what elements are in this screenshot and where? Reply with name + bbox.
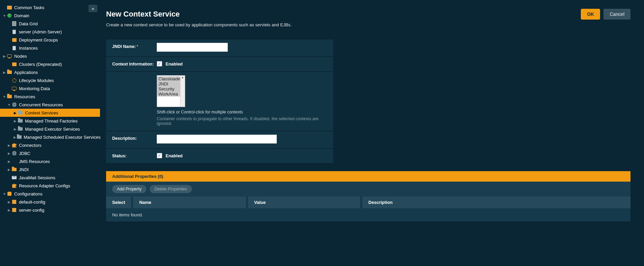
sidebar-nav: « Common Tasks▼DomainData Gridserver (Ad… <box>0 0 100 266</box>
col-value[interactable]: Value <box>248 196 362 208</box>
ok-button[interactable]: OK <box>581 9 600 20</box>
nav-item-monitoring-data[interactable]: Monitoring Data <box>0 84 100 92</box>
tree-twist-icon[interactable]: ▼ <box>3 192 6 196</box>
nav-item-label: Data Grid <box>19 21 38 26</box>
col-select[interactable]: Select <box>106 196 133 208</box>
tree-twist-icon[interactable]: ▶ <box>7 200 11 204</box>
add-property-button[interactable]: Add Property <box>112 185 146 193</box>
nav-item-label: Applications <box>14 70 38 75</box>
nav-item-label: Monitoring Data <box>19 86 50 91</box>
context-info-label: Context Information: <box>106 57 157 71</box>
nav-item-deployment-groups[interactable]: Deployment Groups <box>0 36 100 44</box>
page-title: New Context Service <box>106 10 180 19</box>
nav-item-label: JDBC <box>19 151 30 156</box>
tree-twist-icon[interactable]: ▶ <box>7 208 11 212</box>
status-checkbox[interactable]: ✓ <box>157 153 162 158</box>
nav-item-common-tasks[interactable]: Common Tasks <box>0 3 100 11</box>
tree-twist-icon[interactable]: ▶ <box>7 143 11 147</box>
tree-twist-icon[interactable]: ▼ <box>3 14 6 18</box>
cfg-icon <box>7 191 12 196</box>
arrow-icon <box>11 159 17 164</box>
nav-item-nodes[interactable]: ▶Nodes <box>0 52 100 60</box>
nav-item-context-services[interactable]: ▶Context Services <box>0 109 100 117</box>
tree-twist-icon[interactable]: ▶ <box>7 160 11 163</box>
col-desc[interactable]: Description <box>362 196 630 208</box>
tree-twist-icon[interactable]: ▼ <box>3 95 6 99</box>
nav-item-concurrent-resources[interactable]: ▼Concurrent Resources <box>0 101 100 109</box>
nav-item-label: JMS Resources <box>19 159 50 164</box>
nav-item-javamail-sessions[interactable]: JavaMail Sessions <box>0 174 100 182</box>
tree-twist-icon[interactable]: ▶ <box>7 152 11 155</box>
nav-item-label: Connectors <box>19 143 41 148</box>
nav-item-label: JNDI <box>19 167 29 172</box>
page-description: Create a new context service to be used … <box>106 22 630 27</box>
tree-twist-icon[interactable]: ▶ <box>3 54 6 58</box>
folder-icon <box>7 94 12 99</box>
gear-icon <box>11 78 17 83</box>
delete-properties-button[interactable]: Delete Properties <box>150 185 192 193</box>
nav-item-label: Concurrent Resources <box>19 102 63 107</box>
context-options-select[interactable]: ClassloaderJNDISecurityWorkArea <box>157 75 185 107</box>
tree-twist-icon[interactable]: ▶ <box>14 135 16 139</box>
cfgsub-icon <box>11 199 17 205</box>
col-name[interactable]: Name <box>133 196 248 208</box>
properties-empty-message: No items found. <box>106 208 630 221</box>
tree-twist-icon[interactable]: ▶ <box>3 71 6 74</box>
select-scrollbar[interactable] <box>180 76 185 107</box>
sidebar-collapse-button[interactable]: « <box>89 5 97 12</box>
nav-item-configurations[interactable]: ▼Configurations <box>0 190 100 198</box>
nav-item-server-config[interactable]: ▶server-config <box>0 206 100 214</box>
nav-item-label: server (Admin Server) <box>19 29 62 34</box>
nav-item-label: Managed Scheduled Executor Services <box>24 135 101 140</box>
nav-item-jms-resources[interactable]: ▶JMS Resources <box>0 157 100 165</box>
additional-properties-heading: Additional Properties (0) <box>106 171 630 182</box>
nav-item-jndi[interactable]: ▶JNDI <box>0 165 100 174</box>
jndi-name-input[interactable] <box>157 43 228 52</box>
stack-icon <box>11 61 17 67</box>
nav-item-label: Context Services <box>25 110 58 115</box>
nav-item-managed-scheduled-executor-services[interactable]: ▶Managed Scheduled Executor Services <box>0 133 100 141</box>
cancel-button[interactable]: Cancel <box>603 9 630 20</box>
tree-twist-icon[interactable]: ▼ <box>7 103 11 107</box>
tree-twist-icon[interactable]: ▶ <box>14 127 17 131</box>
folder-icon <box>17 134 22 140</box>
tree-twist-icon[interactable]: ▶ <box>7 168 11 171</box>
nav-item-label: Managed Executor Services <box>25 127 80 132</box>
tree-twist-icon[interactable]: ▶ <box>14 119 17 123</box>
nav-item-label: Nodes <box>14 54 27 59</box>
puzzle-icon <box>11 183 17 188</box>
nav-item-applications[interactable]: ▶Applications <box>0 68 100 76</box>
status-enabled-label: Enabled <box>166 153 183 158</box>
description-input[interactable] <box>157 135 277 143</box>
nav-item-domain[interactable]: ▼Domain <box>0 11 100 20</box>
mon-icon <box>11 86 17 91</box>
context-help-2: Container contexts to propagate to other… <box>157 116 328 126</box>
nav-item-resource-adapter-configs[interactable]: Resource Adapter Configs <box>0 182 100 190</box>
additional-properties-section: Additional Properties (0) Add Property D… <box>106 171 630 221</box>
nav-item-instances[interactable]: Instances <box>0 44 100 52</box>
folder-icon <box>18 118 23 124</box>
nav-item-server-admin-server[interactable]: server (Admin Server) <box>0 28 100 36</box>
nav-item-data-grid[interactable]: Data Grid <box>0 20 100 28</box>
nav-item-label: server-config <box>19 208 44 213</box>
nav-item-label: Deployment Groups <box>19 37 58 43</box>
nav-item-jdbc[interactable]: ▶JDBC <box>0 149 100 157</box>
nav-item-label: Instances <box>19 46 38 51</box>
nav-item-managed-executor-services[interactable]: ▶Managed Executor Services <box>0 125 100 133</box>
nav-item-default-config[interactable]: ▶default-config <box>0 198 100 206</box>
nav-item-label: Domain <box>14 13 29 18</box>
nav-item-clusters-deprecated[interactable]: Clusters (Deprecated) <box>0 60 100 68</box>
nav-item-label: Clusters (Deprecated) <box>19 62 62 67</box>
main-content: New Context Service OK Cancel Create a n… <box>100 0 644 266</box>
globe-icon <box>7 13 12 18</box>
tree-twist-icon[interactable]: ▶ <box>14 111 17 115</box>
nav-item-lifecycle-modules[interactable]: Lifecycle Modules <box>0 76 100 84</box>
db-icon <box>11 102 17 107</box>
nav-item-managed-thread-factories[interactable]: ▶Managed Thread Factories <box>0 117 100 125</box>
context-info-checkbox[interactable]: ✓ <box>157 61 162 66</box>
nav-item-label: JavaMail Sessions <box>19 175 55 180</box>
nav-item-label: Resources <box>14 94 35 99</box>
nav-item-connectors[interactable]: ▶Connectors <box>0 141 100 149</box>
nav-item-resources[interactable]: ▼Resources <box>0 92 100 101</box>
nav-item-label: Common Tasks <box>14 5 44 10</box>
